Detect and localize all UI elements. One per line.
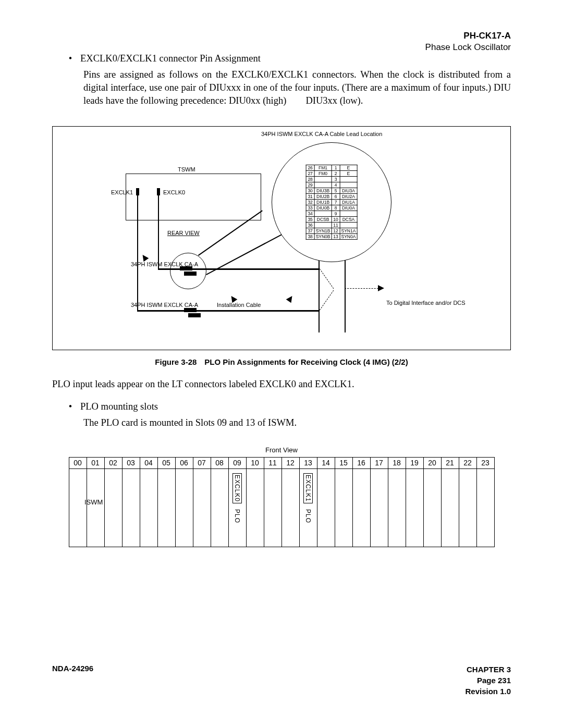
front-view-label: Front View [52,446,511,454]
cable-b-label: 34PH ISWM EXCLK CA-A [131,302,198,308]
slot-table: 0001020304050607080910111213141516171819… [69,457,495,547]
slot-header-cell: 12 [282,457,299,468]
arrowhead-icon [140,253,149,262]
slot-header-cell: 01 [87,457,104,468]
pin-cell: 27 [306,170,314,176]
pin-cell: 11 [332,222,340,228]
slot-body-cell: EXCLK0PLO [228,468,246,547]
wire-exclk1 [137,195,138,310]
pin-cell: DIU2A [340,193,357,199]
pin-cell: DIU0A [340,205,357,211]
bullet-2-para: The PLO card is mounted in Slots 09 and … [83,416,511,429]
slot-header-cell: 02 [104,457,122,468]
bullet-1-title: EXCLK0/EXCLK1 connector Pin Assignment [80,52,261,65]
pin-cell [314,222,332,228]
pin-cell: 10 [332,216,340,222]
slot-header-cell: 09 [228,457,246,468]
cable-lower [137,310,320,312]
tswm-box [126,174,261,220]
wire-exclk0 [158,195,159,268]
pin-cell: 12 [332,228,340,233]
slot-header-cell: 16 [352,457,370,468]
slot-header-cell: 08 [211,457,228,468]
paragraph-plo-leads: PLO input leads appear on the LT connect… [52,378,511,391]
tswm-label: TSWM [178,166,195,172]
connector-block-icon [184,308,197,312]
pin-cell: DCSB [314,216,332,222]
slot-header-cell: 10 [246,457,264,468]
pin-cell: 33 [306,205,314,211]
slot-header-cell: 14 [317,457,335,468]
slot-body-cell [352,468,370,547]
pin-cell [314,211,332,216]
pin-cell: DIU0B [314,205,332,211]
slot-body-cell [370,468,388,547]
slot-header-cell: 04 [140,457,157,468]
pin-cell: 26 [306,165,314,170]
slot-body-cell [459,468,476,547]
header-model: PH-CK17-A [425,30,511,42]
bullet-1: • EXCLK0/EXCLK1 connector Pin Assignment… [52,52,511,107]
slot-body-cell [476,468,494,547]
iswm-side-label: ISWM [84,498,103,506]
slot-body-cell [264,468,282,547]
pin-cell: SYN1B [314,228,332,233]
pin-cell: 4 [332,182,340,188]
slot-body-cell [87,468,104,547]
slot-body-cell [104,468,122,547]
diagram-figure-3-28: 34PH ISWM EXCLK CA-A Cable Lead Location… [52,126,511,350]
pin-cell: 6 [332,193,340,199]
slot-header-cell: 17 [370,457,388,468]
slot-header-cell: 23 [476,457,494,468]
connector-block-icon [188,313,201,317]
front-view-diagram: Front View 00010203040506070809101112131… [52,446,511,547]
pin-cell: 28 [306,176,314,182]
slot-header-cell: 19 [406,457,423,468]
pin-cell: 7 [332,199,340,205]
slot-header-cell: 15 [335,457,352,468]
slot-09-plo-label: PLO [234,509,241,523]
exclk1-label: EXCLK1 [111,189,133,195]
pin-cell [340,182,357,188]
slot-body-cell [193,468,211,547]
slot-header-cell: 00 [69,457,87,468]
pin-cell: E [340,170,357,176]
pin-cell: 38 [306,233,314,239]
output-label: To Digital Interface and/or DCS [386,300,466,306]
pin-cell [340,222,357,228]
detail-circle-small [170,253,206,289]
pin-cell: 5 [332,188,340,193]
pin-cell: 1 [332,165,340,170]
slot-header-cell: 20 [423,457,441,468]
pin-cell: 37 [306,228,314,233]
pin-cell [314,182,332,188]
pin-cell: DCSA [340,216,357,222]
rear-view-label: REAR VIEW [167,230,200,236]
slot-header-cell: 03 [122,457,140,468]
cable-a-label: 34PH ISWM EXCLK CA-A [131,261,198,267]
pin-cell: DIU3B [314,188,332,193]
slot-13-plo-label: PLO [304,509,312,523]
bullet-dot-icon: • [68,400,73,413]
slot-13-exclk1-label: EXCLK1 [303,473,313,503]
page-header: PH-CK17-A Phase Lock Oscillator [425,30,511,53]
slot-body-cell [69,468,87,547]
slot-body-cell: EXCLK1PLO [299,468,317,547]
pin-cell: 29 [306,182,314,188]
slot-body-cell [388,468,406,547]
pin-cell: 31 [306,193,314,199]
pin-cell: 36 [306,222,314,228]
pin-cell: FM0 [314,170,332,176]
mdf-cross-1 [320,268,334,289]
slot-body-cell [246,468,264,547]
exclk0-label: EXCLK0 [163,189,185,195]
footer-chapter: CHAPTER 3 [465,664,511,675]
footer-doc: NDA-24296 [52,664,93,673]
pin-cell: 9 [332,211,340,216]
pin-cell [340,211,357,216]
slot-body-cell [441,468,459,547]
pin-cell [340,176,357,182]
slot-header-cell: 18 [388,457,406,468]
slot-body-cell [157,468,175,547]
pin-cell: 35 [306,216,314,222]
